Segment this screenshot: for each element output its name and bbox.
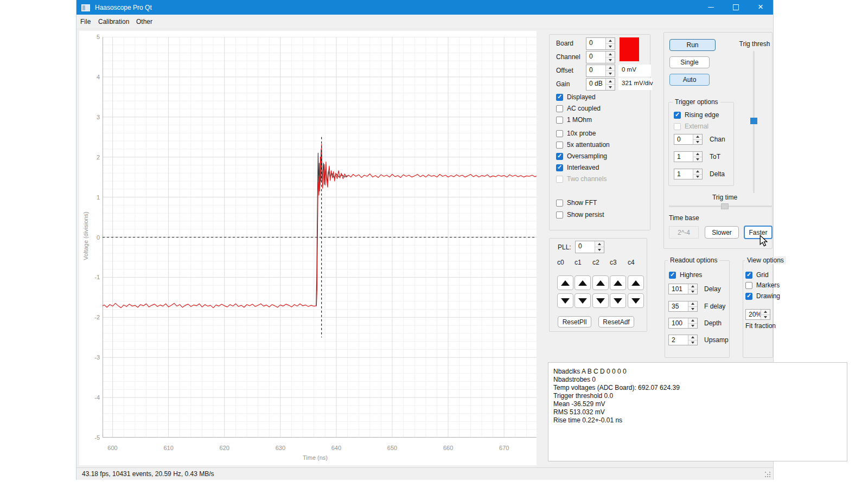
- checkbox-box[interactable]: [556, 153, 563, 160]
- checkbox-box[interactable]: [669, 272, 676, 279]
- checkbox-rising-edge[interactable]: Rising edge: [674, 111, 719, 119]
- spin-up-icon[interactable]: [688, 284, 697, 289]
- checkbox-box[interactable]: [745, 282, 752, 289]
- trigger-delta-spinbox[interactable]: 1: [674, 169, 703, 179]
- checkbox-box[interactable]: [674, 112, 681, 119]
- spin-up-icon[interactable]: [693, 152, 702, 157]
- close-icon[interactable]: [748, 0, 773, 15]
- trig-thresh-slider-handle[interactable]: [750, 118, 757, 124]
- depth-spinbox[interactable]: 100: [668, 318, 698, 329]
- reset-pll-button[interactable]: ResetPll: [558, 316, 591, 328]
- spin-down-icon[interactable]: [688, 306, 697, 312]
- checkbox-oversampling[interactable]: Oversampling: [556, 152, 607, 160]
- trigger-chan-spinbox[interactable]: 0: [674, 134, 703, 145]
- spin-down-icon[interactable]: [595, 247, 604, 253]
- checkbox-interleaved[interactable]: Interleaved: [556, 164, 599, 171]
- channel-spinbox[interactable]: 0: [586, 51, 615, 63]
- checkbox-5x-attenuation[interactable]: 5x attentuation: [556, 141, 610, 149]
- checkbox-box[interactable]: [556, 94, 563, 101]
- delay-spinbox[interactable]: 101: [668, 284, 698, 294]
- checkbox-10x-probe[interactable]: 10x probe: [556, 130, 596, 137]
- reset-adf-button[interactable]: ResetAdf: [598, 316, 634, 328]
- checkbox-grid[interactable]: Grid: [745, 271, 769, 279]
- checkbox-drawing[interactable]: Drawing: [745, 292, 780, 300]
- spin-up-icon[interactable]: [761, 310, 770, 314]
- spin-down-icon[interactable]: [761, 314, 770, 320]
- spin-down-icon[interactable]: [693, 174, 702, 179]
- pll-down-c0-button[interactable]: [557, 293, 573, 308]
- minimize-icon[interactable]: [698, 0, 723, 15]
- upsamp-spinbox[interactable]: 2: [668, 335, 698, 345]
- pll-up-c2-button[interactable]: [592, 275, 609, 290]
- offset-spinbox[interactable]: 0: [586, 65, 615, 77]
- checkbox-show-fft[interactable]: Show FFT: [556, 199, 597, 207]
- spin-down-icon[interactable]: [688, 340, 697, 345]
- spin-down-icon[interactable]: [606, 84, 615, 90]
- spin-down-icon[interactable]: [606, 57, 615, 63]
- spin-down-icon[interactable]: [606, 70, 615, 76]
- checkbox-box[interactable]: [556, 142, 563, 149]
- menu-file[interactable]: File: [78, 15, 93, 28]
- titlebar[interactable]: Haasoscope Pro Qt: [76, 0, 773, 15]
- spin-down-icon[interactable]: [606, 43, 615, 49]
- x-tick-label: 640: [327, 444, 346, 452]
- spin-up-icon[interactable]: [606, 79, 615, 84]
- checkbox-show-persist[interactable]: Show persist: [556, 211, 604, 219]
- checkbox-box[interactable]: [556, 164, 563, 171]
- menu-other[interactable]: Other: [134, 15, 155, 28]
- pll-down-c2-button[interactable]: [592, 293, 609, 308]
- checkbox-markers[interactable]: Markers: [745, 281, 780, 289]
- spin-down-icon[interactable]: [693, 139, 702, 145]
- spin-up-icon[interactable]: [688, 301, 697, 306]
- spin-up-icon[interactable]: [606, 52, 615, 57]
- spin-down-icon[interactable]: [688, 323, 697, 329]
- checkbox-box[interactable]: [745, 293, 752, 300]
- trigger-chan-label: Chan: [710, 136, 725, 143]
- checkbox-box[interactable]: [556, 130, 563, 137]
- checkbox-box[interactable]: [745, 272, 752, 279]
- checkbox-box[interactable]: [556, 117, 563, 124]
- pll-down-c3-button[interactable]: [610, 293, 626, 308]
- spin-up-icon[interactable]: [693, 169, 702, 174]
- fit-fraction-spinbox[interactable]: 20%: [745, 309, 770, 320]
- trig-time-slider-handle[interactable]: [721, 203, 729, 209]
- board-spinbox[interactable]: 0: [586, 37, 615, 50]
- run-button[interactable]: Run: [669, 39, 716, 51]
- checkbox-1mohm[interactable]: 1 MOhm: [556, 116, 592, 124]
- f-delay-spinbox[interactable]: 35: [668, 301, 698, 312]
- checkbox-box[interactable]: [556, 105, 563, 112]
- pll-down-c1-button[interactable]: [575, 293, 591, 308]
- spin-up-icon[interactable]: [693, 134, 702, 139]
- checkbox-ac-coupled[interactable]: AC coupled: [556, 105, 601, 112]
- auto-button[interactable]: Auto: [669, 74, 710, 86]
- spin-up-icon[interactable]: [606, 65, 615, 70]
- menu-calibration[interactable]: Calibration: [96, 15, 131, 28]
- checkbox-displayed[interactable]: Displayed: [556, 93, 596, 101]
- maximize-icon[interactable]: [723, 0, 748, 15]
- faster-button[interactable]: Faster: [744, 226, 773, 239]
- spin-down-icon[interactable]: [688, 289, 697, 294]
- pll-up-c1-button[interactable]: [575, 275, 591, 290]
- trigger-tot-spinbox[interactable]: 1: [674, 151, 703, 162]
- spin-up-icon[interactable]: [688, 318, 697, 323]
- upsamp-label: Upsamp: [704, 336, 729, 344]
- gain-spinbox[interactable]: 0 dB: [586, 78, 615, 91]
- status-text: 43.18 fps, 10431 events, 20.59 Hz, 0.43 …: [82, 470, 214, 478]
- checkbox-box[interactable]: [556, 211, 563, 219]
- slower-button[interactable]: Slower: [705, 226, 739, 239]
- checkbox-box[interactable]: [556, 200, 563, 207]
- checkbox-highres[interactable]: Highres: [669, 271, 702, 279]
- spin-up-icon[interactable]: [606, 38, 615, 43]
- pll-up-c3-button[interactable]: [610, 275, 626, 290]
- pll-up-c4-button[interactable]: [628, 275, 644, 290]
- single-button[interactable]: Single: [669, 56, 710, 68]
- time-base-label: Time base: [669, 214, 699, 222]
- pll-spinbox[interactable]: 0: [575, 241, 604, 253]
- resize-grip-icon[interactable]: [765, 472, 771, 478]
- pll-up-c0-button[interactable]: [557, 275, 573, 290]
- spin-up-icon[interactable]: [595, 241, 604, 247]
- spin-up-icon[interactable]: [688, 335, 697, 340]
- pll-down-c4-button[interactable]: [628, 293, 644, 308]
- spin-down-icon[interactable]: [693, 157, 702, 162]
- waveform-plot[interactable]: Voltage (divisions) Time (ns) -5-4-3-2-1…: [79, 31, 537, 465]
